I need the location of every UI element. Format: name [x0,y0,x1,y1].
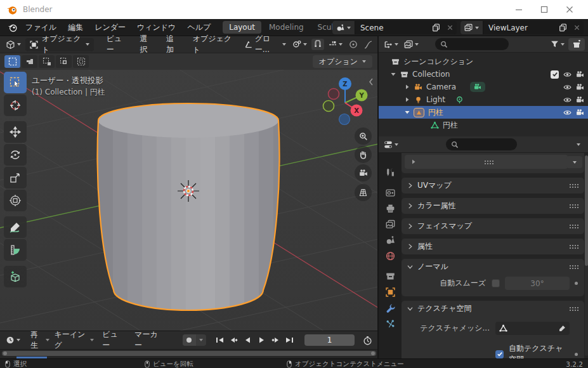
navigation-gizmo[interactable]: Z Y X [320,76,372,128]
tool-scale[interactable] [4,167,27,188]
panel-color-attributes-header[interactable]: カラー属性 [402,198,584,214]
collapse-icon[interactable] [390,72,396,77]
panels-scroll-up-button[interactable] [566,156,582,168]
tab-particles[interactable] [381,316,400,332]
maximize-button[interactable] [532,0,557,19]
panel-attributes-header[interactable]: 属性 [402,239,584,254]
sidebar-collapse-arrow[interactable] [368,77,374,86]
timeline-editor-type-button[interactable] [4,334,22,346]
tab-tool[interactable] [381,164,400,180]
row-collection[interactable]: Collection [379,68,588,81]
auto-keying-dropdown[interactable] [196,334,206,346]
properties-editor-type-button[interactable] [382,139,400,150]
prev-keyframe-button[interactable] [228,334,240,346]
play-button[interactable] [256,334,268,346]
zoom-view-button[interactable] [355,128,372,145]
select-mode-tweak-button[interactable] [4,55,20,68]
tool-annotate[interactable] [4,216,27,238]
gizmo-neg-z-ball[interactable] [339,114,350,125]
outliner-filter-button[interactable] [549,39,566,49]
auto-texture-space-checkbox[interactable] [495,350,504,358]
light-data-icon[interactable] [455,96,464,104]
play-reverse-button[interactable] [242,334,254,346]
eye-icon[interactable] [563,108,572,117]
row-scene-collection[interactable]: シーンコレクション [379,55,588,68]
view-layer-new-button[interactable] [556,21,570,34]
panel-face-maps-header[interactable]: フェイスマップ [402,218,584,234]
view-layer-name-field[interactable]: ViewLayer [483,23,556,32]
scrollbar-left-handle[interactable] [3,352,7,355]
expand-icon[interactable] [404,97,410,102]
eye-icon[interactable] [563,70,572,79]
eye-icon[interactable] [563,96,572,104]
mode-dropdown[interactable]: オブジェクト [25,38,94,51]
viewport-menu-select[interactable]: 選択 [135,31,159,58]
tab-object[interactable] [381,284,400,300]
render-camera-icon[interactable] [576,70,584,79]
view-layer-browse-button[interactable] [461,21,483,34]
properties-scrollbar[interactable] [585,155,588,356]
viewport-menu-view[interactable]: ビュー [101,31,133,58]
editor-type-button[interactable] [4,39,23,51]
panel-normals-header[interactable]: ノーマル [402,259,584,275]
next-keyframe-button[interactable] [270,334,282,346]
pan-view-button[interactable] [355,146,372,163]
select-mode-extend-button[interactable] [39,55,55,68]
camera-data-badge[interactable] [470,82,485,92]
pivot-point-dropdown[interactable] [291,39,309,50]
panel-texture-space-header[interactable]: テクスチャ空間 [402,301,584,317]
scene-browse-button[interactable] [332,21,355,34]
outliner-editor-type-button[interactable] [382,39,400,50]
tool-move[interactable] [4,121,27,143]
close-button[interactable] [557,0,582,19]
tab-modifiers[interactable] [381,300,400,316]
scrollbar-right-handle[interactable] [371,352,375,355]
tool-measure[interactable] [4,239,27,261]
menu-edit[interactable]: 編集 [62,20,89,36]
gizmo-neg-y-ball[interactable] [323,101,334,112]
ortho-toggle-button[interactable] [355,184,372,201]
tab-scene[interactable] [381,232,400,248]
scene-new-button[interactable] [429,21,443,34]
tab-render[interactable] [381,185,400,200]
render-camera-icon[interactable] [576,96,584,104]
collection-checkbox[interactable] [551,70,559,79]
select-mode-box-button[interactable] [22,55,37,68]
app-menu-button[interactable] [5,21,20,34]
select-mode-subtract-button[interactable] [56,55,72,68]
panel-uv-maps-header[interactable]: UVマップ [402,178,584,194]
current-frame-field[interactable]: 1 [304,334,355,346]
jump-to-start-button[interactable] [214,334,226,346]
timeline-scrollbar[interactable] [2,351,376,356]
use-preview-range-button[interactable] [361,334,374,346]
properties-search-input[interactable] [446,138,517,150]
row-light[interactable]: Light [379,93,588,106]
transform-orientation-dropdown[interactable]: グロー... [242,32,288,56]
properties-options-dropdown[interactable] [575,142,582,147]
texture-mesh-id-field[interactable] [495,322,570,335]
viewport-menu-add[interactable]: 追加 [161,31,185,58]
outliner-display-mode-button[interactable] [402,39,421,50]
tool-transform[interactable] [4,190,27,211]
select-mode-intersect-button[interactable] [73,55,89,68]
animate-dot[interactable] [575,353,578,356]
expand-icon[interactable] [404,84,410,89]
proportional-falloff-dropdown[interactable] [362,39,374,50]
row-camera[interactable]: Camera [379,81,588,93]
scrollbar-thumb[interactable] [585,155,588,266]
jump-to-end-button[interactable] [284,334,296,346]
eyedropper-icon[interactable] [558,325,566,332]
camera-view-button[interactable] [355,164,372,181]
menu-file[interactable]: ファイル [20,20,62,36]
auto-smooth-angle-field[interactable]: 30° [505,277,570,290]
scene-unlink-button[interactable] [443,21,457,34]
row-cylinder-object[interactable]: 円柱 [379,106,588,119]
viewport-menu-object[interactable]: オブジェクト [188,31,240,58]
render-camera-icon[interactable] [576,108,584,117]
viewport-canvas[interactable]: ユーザー・透視投影 (1) Collection | 円柱 Z Y X [0,70,378,331]
options-dropdown[interactable]: オプション [313,55,372,68]
collapse-icon[interactable] [404,110,410,115]
new-collection-button[interactable] [568,38,585,51]
tab-world[interactable] [381,248,400,264]
eye-icon[interactable] [563,83,572,91]
